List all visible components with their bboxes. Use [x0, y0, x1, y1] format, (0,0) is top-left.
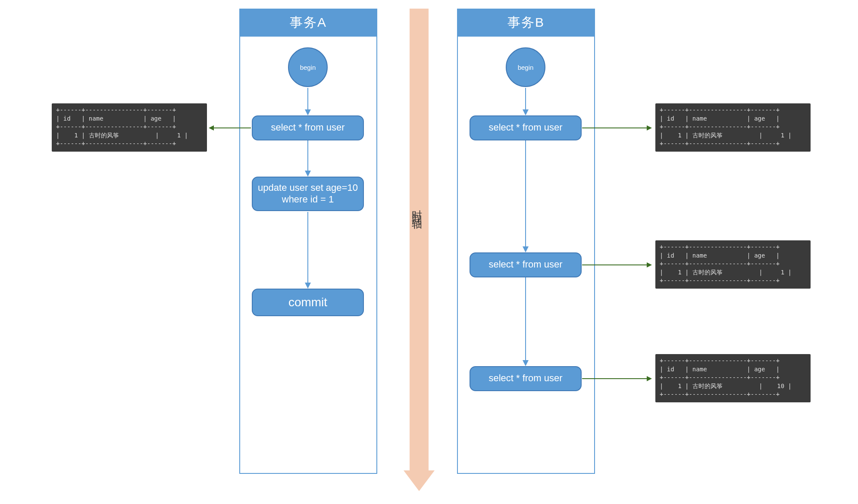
- arrow-a-begin-to-1: [304, 88, 312, 115]
- timeline-label: 时间轴: [414, 202, 424, 215]
- begin-node-b: begin: [506, 47, 545, 87]
- arrow-b-2-to-3: [521, 277, 530, 366]
- timeline-arrow: 时间轴: [410, 9, 429, 491]
- arrow-b-1-to-2: [521, 140, 530, 252]
- step-b-select-2: select * from user: [470, 252, 582, 277]
- step-b-select-1: select * from user: [470, 115, 582, 140]
- step-label: commit: [288, 295, 327, 310]
- step-label: select * from user: [488, 372, 562, 384]
- begin-label: begin: [300, 64, 316, 71]
- diagram-canvas: 时间轴 事务A begin select * from user update …: [0, 0, 858, 504]
- begin-label: begin: [518, 64, 534, 71]
- begin-node-a: begin: [288, 47, 328, 87]
- result-b2: +------+----------------+-------+ | id |…: [655, 240, 811, 289]
- result-b3: +------+----------------+-------+ | id |…: [655, 354, 811, 402]
- result-a1: +------+----------------+-------+ | id |…: [52, 103, 207, 152]
- step-label: select * from user: [488, 121, 562, 134]
- step-label: select * from user: [271, 121, 344, 134]
- step-label: update user set age=10 where id = 1: [258, 182, 358, 205]
- step-a-update: update user set age=10 where id = 1: [252, 177, 364, 211]
- arrow-b-begin-to-1: [521, 88, 530, 115]
- arrow-a-2-to-3: [304, 212, 312, 289]
- lane-b-title: 事务B: [458, 9, 594, 37]
- lane-a-title: 事务A: [240, 9, 376, 37]
- step-a-commit: commit: [252, 289, 364, 316]
- connector-b1-result: [582, 128, 651, 128]
- connector-a1-result: [210, 128, 251, 128]
- arrow-a-1-to-2: [304, 140, 312, 177]
- step-label: select * from user: [488, 258, 562, 271]
- step-b-select-3: select * from user: [470, 366, 582, 391]
- result-b1: +------+----------------+-------+ | id |…: [655, 103, 811, 152]
- connector-b3-result: [582, 378, 651, 379]
- connector-b2-result: [582, 264, 651, 265]
- step-a-select: select * from user: [252, 115, 364, 140]
